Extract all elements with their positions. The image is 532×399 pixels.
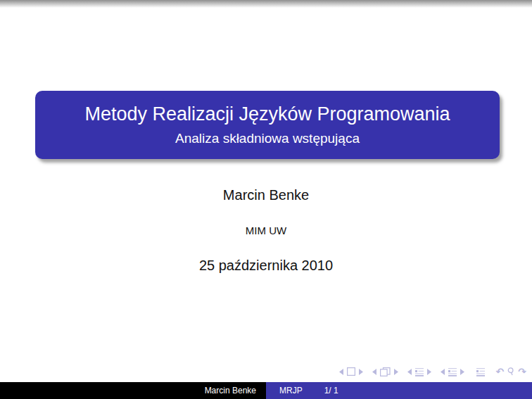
history-nav-group: ↶ ↷ (496, 367, 526, 376)
slide-subtitle: Analiza składniowa wstępująca (175, 132, 360, 146)
institute-name: MIM UW (0, 224, 532, 236)
footer-page-indicator: 1/ 1 (324, 386, 338, 395)
back-icon[interactable]: ↶ (496, 367, 505, 376)
next-frame-arrow-icon[interactable] (394, 369, 398, 375)
slide-nav-group (339, 367, 363, 376)
appendix-icon[interactable] (476, 367, 485, 376)
footer-author-section: Marcin Benke (0, 382, 266, 399)
beamer-title-slide: Metody Realizacji Języków Programowania … (0, 0, 532, 399)
prev-subsection-arrow-icon[interactable] (441, 369, 445, 375)
slide-date: 25 października 2010 (0, 258, 532, 274)
next-slide-arrow-icon[interactable] (359, 369, 363, 375)
section-nav-group (407, 367, 431, 376)
footer-course-section: MRJP 1/ 1 (266, 382, 532, 399)
forward-icon[interactable]: ↷ (518, 367, 526, 376)
section-icon[interactable] (415, 367, 424, 376)
title-box: Metody Realizacji Języków Programowania … (35, 91, 500, 159)
next-subsection-arrow-icon[interactable] (460, 369, 464, 375)
beamer-navigation-bar: ↶ ↷ (339, 365, 526, 378)
next-section-arrow-icon[interactable] (427, 369, 431, 375)
prev-slide-arrow-icon[interactable] (339, 369, 343, 375)
author-name: Marcin Benke (0, 187, 532, 203)
prev-frame-arrow-icon[interactable] (372, 369, 376, 375)
footer-author: Marcin Benke (205, 386, 256, 395)
subsection-nav-group (441, 367, 464, 376)
slide-title: Metody Realizacji Języków Programowania (84, 104, 450, 124)
footer-short-title: MRJP (279, 386, 303, 395)
top-gradient-bar (0, 0, 532, 8)
prev-section-arrow-icon[interactable] (407, 369, 412, 375)
frame-icon[interactable] (380, 367, 391, 376)
search-icon[interactable] (507, 367, 514, 376)
slide-icon[interactable] (347, 367, 355, 376)
frame-nav-group (372, 367, 398, 376)
subsection-icon[interactable] (448, 367, 457, 376)
footer-bar: Marcin Benke MRJP 1/ 1 (0, 382, 532, 399)
